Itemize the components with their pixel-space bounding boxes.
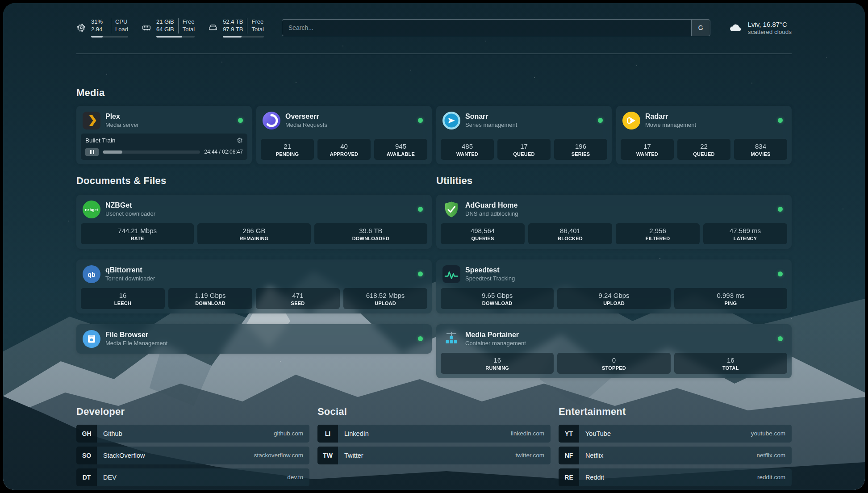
service-desc: Movie management	[645, 121, 696, 128]
status-dot	[778, 118, 783, 123]
stat-series: 196SERIES	[554, 139, 607, 160]
service-link-overseerr[interactable]: OverseerrMedia Requests	[261, 110, 427, 131]
disk-icon	[208, 23, 218, 33]
bookmark-dev[interactable]: DTDEVdev.to	[76, 468, 309, 486]
stat-value: 498,564	[442, 227, 523, 234]
stat-label: APPROVED	[319, 151, 369, 157]
search-input[interactable]	[282, 20, 691, 36]
service-link-speedtest[interactable]: SpeedtestSpeedtest Tracking	[441, 264, 787, 284]
stat-label: WANTED	[622, 151, 672, 157]
stat-value: 1.19 Gbps	[170, 292, 250, 299]
widget-value: 2.94	[91, 26, 111, 33]
playback-time: 24:44 / 02:06:47	[204, 149, 243, 155]
memory-monitor: 21 GiBFree64 GiBTotal	[142, 18, 195, 38]
bookmark-abbr: TW	[317, 447, 338, 464]
bookmark-group-title: Entertainment	[559, 406, 792, 418]
stat-label: AVAILABLE	[376, 151, 426, 157]
service-link-qbittorrent[interactable]: qbqBittorrentTorrent downloader	[81, 264, 427, 284]
service-link-sonarr[interactable]: SonarrSeries management	[441, 110, 607, 131]
weather-location: Lviv, 16.87°C	[748, 21, 792, 28]
bookmark-url: linkedin.com	[511, 430, 551, 437]
stat-wanted: 17WANTED	[621, 139, 674, 160]
service-link-plex[interactable]: PlexMedia server	[81, 110, 247, 131]
bookmark-abbr: SO	[76, 447, 97, 464]
stat-value: 16	[442, 356, 552, 364]
service-card-qbittorrent: qbqBittorrentTorrent downloader16LEECH1.…	[76, 259, 432, 313]
section-title-documents: Documents & Files	[76, 175, 432, 187]
bookmark-linkedin[interactable]: LILinkedInlinkedin.com	[317, 425, 551, 443]
service-name: AdGuard Home	[465, 201, 518, 209]
widget-value: 64 GiB	[156, 26, 178, 33]
portainer-icon	[442, 330, 460, 348]
stat-label: QUERIES	[442, 236, 523, 241]
service-link-filebrowser[interactable]: File BrowserMedia File Management	[81, 329, 427, 349]
widget-progress-bar	[223, 36, 264, 38]
bookmark-twitter[interactable]: TWTwittertwitter.com	[317, 447, 551, 464]
widget-readout: 21 GiBFree64 GiBTotal	[156, 18, 195, 33]
service-link-nzbget[interactable]: nzbgetNZBGetUsenet downloader	[81, 199, 427, 220]
search-provider-button[interactable]: G	[691, 20, 710, 36]
widget-value: 31%	[91, 18, 111, 26]
service-name: Sonarr	[465, 113, 517, 121]
stat-value: 471	[258, 292, 338, 299]
stat-queries: 498,564QUERIES	[441, 223, 525, 244]
bookmark-stackoverflow[interactable]: SOStackOverflowstackoverflow.com	[76, 447, 309, 464]
stat-value: 39.6 TB	[316, 227, 426, 234]
bookmark-name: Twitter	[338, 452, 363, 459]
stat-queued: 22QUEUED	[677, 139, 730, 160]
stat-value: 40	[319, 142, 369, 150]
status-dot	[778, 272, 783, 276]
widget-label: Free	[178, 18, 195, 26]
stat-stopped: 0STOPPED	[557, 353, 670, 374]
stat-value: 618.52 Mbps	[345, 292, 426, 299]
widget-value: 97.9 TB	[223, 26, 247, 33]
widget-progress-bar	[91, 36, 128, 38]
stat-value: 22	[679, 142, 729, 150]
stat-blocked: 86,401BLOCKED	[528, 223, 612, 244]
stat-label: RATE	[83, 236, 192, 241]
stat-value: 834	[736, 142, 785, 150]
status-dot	[778, 336, 783, 341]
service-card-filebrowser: File BrowserMedia File Management	[76, 324, 432, 354]
topbar-divider	[76, 54, 792, 54]
widget-readout: 31%CPU2.94Load	[91, 18, 128, 33]
stat-pending: 21PENDING	[261, 139, 314, 160]
bookmark-youtube[interactable]: YTYouTubeyoutube.com	[559, 425, 792, 443]
stat-value: 9.65 Gbps	[442, 292, 552, 299]
stat-label: TOTAL	[676, 365, 785, 371]
bookmark-group-social: SocialLILinkedInlinkedin.comTWTwittertwi…	[317, 406, 551, 490]
service-link-portainer[interactable]: Media PortainerContainer management	[441, 329, 787, 349]
bookmark-github[interactable]: GHGithubgithub.com	[76, 425, 309, 443]
stat-label: UPLOAD	[559, 301, 668, 306]
service-link-adguard[interactable]: AdGuard HomeDNS and adblocking	[441, 199, 787, 220]
playback-progress-bar[interactable]	[103, 150, 200, 154]
bookmark-reddit[interactable]: RERedditreddit.com	[559, 468, 792, 486]
stat-leech: 16LEECH	[81, 288, 165, 309]
bookmark-abbr: GH	[76, 425, 97, 443]
service-desc: DNS and adblocking	[465, 210, 518, 217]
stat-movies: 834MOVIES	[734, 139, 787, 160]
gear-icon[interactable]: ⚙	[237, 137, 243, 144]
stat-label: QUEUED	[499, 151, 549, 157]
stat-label: STOPPED	[559, 365, 668, 371]
service-name: Speedtest	[465, 266, 515, 274]
sonarr-icon	[442, 112, 460, 130]
memory-icon	[142, 23, 151, 33]
stat-value: 744.21 Mbps	[83, 227, 192, 234]
bookmark-netflix[interactable]: NFNetflixnetflix.com	[559, 447, 792, 464]
cpu-icon	[76, 23, 86, 33]
service-card-adguard: AdGuard HomeDNS and adblocking498,564QUE…	[436, 195, 792, 249]
bookmark-url: twitter.com	[515, 452, 551, 459]
documents-stack: nzbgetNZBGetUsenet downloader744.21 Mbps…	[76, 195, 432, 354]
stat-approved: 40APPROVED	[317, 139, 371, 160]
pause-icon[interactable]	[85, 148, 99, 156]
service-name: NZBGet	[105, 201, 155, 209]
stat-label: SEED	[258, 301, 338, 306]
stat-label: FILTERED	[618, 236, 698, 241]
plex-icon	[83, 112, 100, 130]
stat-label: LATENCY	[705, 236, 785, 241]
stat-value: 17	[499, 142, 549, 150]
service-card-nzbget: nzbgetNZBGetUsenet downloader744.21 Mbps…	[76, 195, 432, 249]
service-link-radarr[interactable]: RadarrMovie management	[621, 110, 787, 131]
stat-label: DOWNLOADED	[316, 236, 426, 241]
